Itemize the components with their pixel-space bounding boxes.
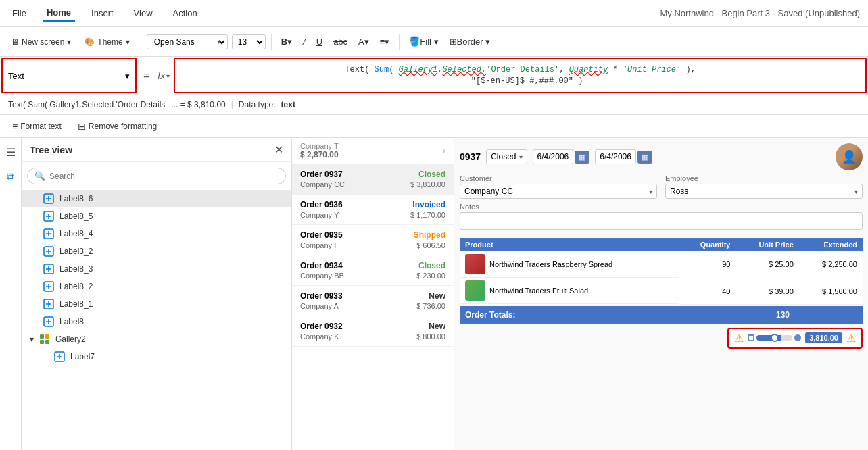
order-0936-status: Invoiced (412, 200, 445, 209)
product-1-name: Northwind Traders Raspberry Spread (460, 251, 679, 278)
menu-insert[interactable]: Insert (87, 5, 118, 21)
employee-value: Ross (670, 186, 688, 196)
font-select-chevron-icon: ▾ (217, 38, 220, 45)
product-row-1[interactable]: Northwind Traders Raspberry Spread 90 $ … (460, 251, 863, 278)
label8-text: Label8 (59, 317, 84, 326)
detail-date2-calendar-button[interactable]: ▦ (637, 151, 652, 164)
italic-button[interactable]: / (299, 34, 310, 49)
detail-date1-calendar-button[interactable]: ▦ (575, 151, 589, 164)
calendar1-icon: ▦ (579, 153, 585, 161)
product-row-2[interactable]: Northwind Traders Fruit Salad 40 $ 39.00… (460, 278, 863, 304)
font-color-button[interactable]: A▾ (354, 34, 373, 49)
fx-icon: fx (158, 70, 165, 81)
new-screen-button[interactable]: 🖥 New screen ▾ (5, 34, 76, 49)
employee-select[interactable]: Ross ▾ (665, 184, 863, 199)
sidebar-items-list: Label8_6 Label8_5 Label8_4 Label3_2 Labe… (22, 190, 291, 450)
slider-track[interactable] (756, 335, 792, 341)
slider-thumb[interactable] (771, 334, 779, 342)
formula-fx-button[interactable]: fx ▾ (155, 57, 172, 95)
product-2-ext: $ 1,560.00 (799, 278, 863, 304)
sidebar-search-container: 🔍 (27, 168, 286, 184)
bold-button[interactable]: B▾ (277, 34, 296, 49)
order-0935-status: Shipped (414, 230, 445, 240)
theme-button[interactable]: 🎨 Theme ▾ (79, 34, 135, 49)
label8-1-text: Label8_1 (59, 299, 93, 309)
order-item-0935[interactable]: Order 0935 Shipped Company I $ 606.50 (292, 225, 454, 255)
formula-input-area[interactable]: Text( Sum( Gallery1.Selected.'Order Deta… (174, 58, 867, 93)
align-button[interactable]: ≡▾ (376, 34, 394, 49)
sidebar-close-button[interactable]: ✕ (274, 143, 283, 156)
order-0935-amount: $ 606.50 (416, 241, 445, 249)
sidebar-item-label8-1[interactable]: Label8_1 (22, 295, 291, 313)
menu-home[interactable]: Home (43, 5, 75, 22)
border-button[interactable]: ⊞ Border ▾ (445, 34, 495, 49)
layers-icon[interactable]: ⧉ (4, 168, 17, 186)
order-list-top-item[interactable]: Company T $ 2,870.00 › (292, 138, 454, 164)
theme-chevron-icon: ▾ (126, 37, 130, 47)
product-1-price: $ 25.00 (736, 251, 798, 278)
sidebar-search-icon: 🔍 (34, 171, 45, 181)
label8-4-text: Label8_4 (59, 229, 93, 239)
svg-rect-25 (45, 334, 49, 339)
sidebar-item-label8-4[interactable]: Label8_4 (22, 225, 291, 243)
formula-line-1: Text( Sum( Gallery1.Selected.'Order Deta… (345, 64, 696, 76)
order-0932-id: Order 0932 (300, 322, 343, 331)
product-2-name: Northwind Traders Fruit Salad (460, 278, 679, 304)
hamburger-icon[interactable]: ☰ (3, 143, 18, 161)
order-item-0937[interactable]: Order 0937 Closed Company CC $ 3,810.00 (292, 164, 454, 195)
sidebar-item-label3-2[interactable]: Label3_2 (22, 243, 291, 260)
menu-file[interactable]: File (8, 5, 30, 21)
sidebar-item-label8[interactable]: Label8 (22, 313, 291, 330)
font-size-select[interactable]: 13 (232, 34, 266, 49)
totals-qty: 130 (749, 310, 790, 320)
strikethrough-button[interactable]: abc (329, 34, 352, 49)
underline-button[interactable]: U (312, 34, 327, 49)
edit-icon-8 (43, 316, 54, 327)
notes-input[interactable] (460, 212, 863, 230)
font-family-select[interactable]: Open Sans (147, 34, 228, 49)
detail-date1-select[interactable]: 6/4/2006 (533, 149, 574, 164)
format-text-icon: ≡ (12, 121, 18, 132)
sidebar-item-label7[interactable]: Label7 (22, 348, 291, 366)
menu-action[interactable]: Action (169, 5, 201, 21)
order-item-0936[interactable]: Order 0936 Invoiced Company Y $ 1,170.00 (292, 195, 454, 225)
sidebar-search-input[interactable] (49, 172, 279, 181)
sidebar-item-gallery2[interactable]: ▾ Gallery2 (22, 330, 291, 348)
gallery2-label: Gallery2 (55, 334, 86, 344)
formula-name-box[interactable]: Text ▾ (1, 58, 137, 93)
remove-formatting-button[interactable]: ⊟ Remove formatting (71, 118, 164, 134)
customer-select[interactable]: Company CC ▾ (460, 184, 657, 199)
toolbar: 🖥 New screen ▾ 🎨 Theme ▾ Open Sans ▾ 13 … (0, 27, 868, 57)
customer-value: Company CC (464, 186, 513, 196)
order-list-panel: Company T $ 2,870.00 › Order 0937 Closed… (292, 138, 454, 450)
label3-2-text: Label3_2 (59, 247, 93, 256)
menu-view[interactable]: View (130, 5, 157, 21)
order-0937-id: Order 0937 (300, 170, 343, 179)
format-text-button[interactable]: ≡ Format text (5, 118, 68, 134)
col-product: Product (460, 238, 679, 251)
sidebar-item-label8-2[interactable]: Label8_2 (22, 278, 291, 295)
order-item-0933[interactable]: Order 0933 New Company A $ 736.00 (292, 286, 454, 316)
order-0933-amount: $ 736.00 (416, 302, 445, 310)
format-text-label: Format text (20, 122, 62, 131)
order-item-0934[interactable]: Order 0934 Closed Company BB $ 230.00 (292, 255, 454, 286)
employee-chevron-icon: ▾ (854, 188, 858, 195)
customer-section: Customer Company CC ▾ (460, 174, 657, 199)
order-0932-company: Company K (300, 332, 339, 341)
sidebar-item-label8-6[interactable]: Label8_6 (22, 190, 291, 207)
slider-control[interactable] (748, 334, 801, 341)
order-0935-company: Company I (300, 241, 336, 249)
detail-date2-select[interactable]: 6/4/2006 (595, 149, 636, 164)
order-item-0932[interactable]: Order 0932 New Company K $ 800.00 (292, 316, 454, 347)
detail-date1-value: 6/4/2006 (537, 152, 569, 161)
detail-status-select[interactable]: Closed ▾ (486, 149, 527, 164)
order-totals-row: Order Totals: 130 (460, 306, 863, 324)
slider-area: ⚠ 3,810.00 ⚠ (727, 328, 863, 349)
order-0937-status: Closed (418, 170, 445, 179)
sidebar-item-label8-5[interactable]: Label8_5 (22, 207, 291, 225)
edit-icon-6 (43, 281, 54, 292)
employee-avatar: 👤 (836, 143, 863, 170)
sidebar-item-label8-3[interactable]: Label8_3 (22, 260, 291, 278)
fill-button[interactable]: 🪣 Fill ▾ (405, 34, 442, 49)
col-unit-price: Unit Price (736, 238, 798, 251)
